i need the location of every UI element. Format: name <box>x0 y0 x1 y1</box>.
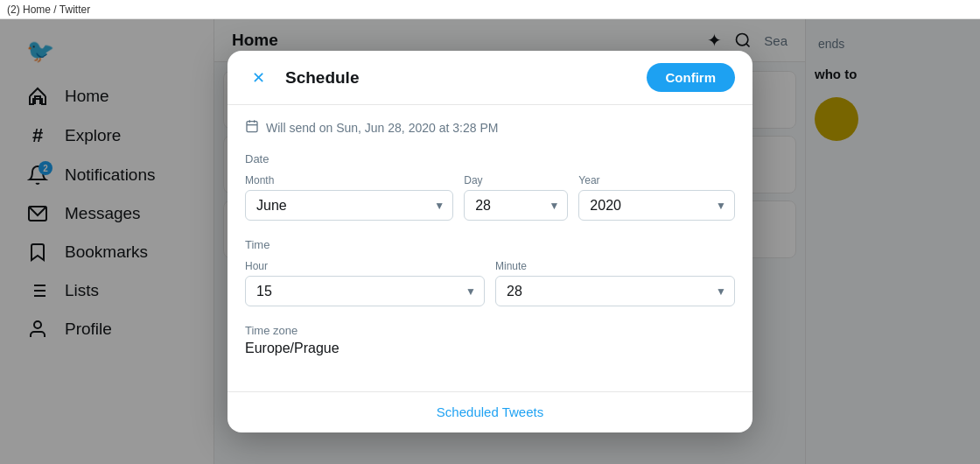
schedule-modal: ✕ Schedule Confirm Will send on Sun, Jun… <box>228 51 752 432</box>
timezone-section: Time zone Europe/Prague <box>245 324 735 356</box>
schedule-info: Will send on Sun, Jun 28, 2020 at 3:28 P… <box>245 119 735 137</box>
minute-group: Minute 28 ▼ <box>495 260 735 306</box>
time-label: Time <box>245 238 735 251</box>
close-button[interactable]: ✕ <box>245 65 271 91</box>
svg-rect-10 <box>247 122 257 132</box>
timezone-label: Time zone <box>245 324 735 337</box>
month-select[interactable]: June <box>245 190 453 221</box>
hour-group: Hour 15 ▼ <box>245 260 485 306</box>
minute-select[interactable]: 28 <box>495 276 735 306</box>
date-dropdowns: Month June ▼ Day 28 <box>245 174 735 221</box>
month-dropdown-wrapper: June ▼ <box>245 190 453 221</box>
minute-label: Minute <box>495 260 735 272</box>
time-dropdowns: Hour 15 ▼ Minute 28 <box>245 260 735 306</box>
date-label: Date <box>245 152 735 165</box>
modal-body: Will send on Sun, Jun 28, 2020 at 3:28 P… <box>228 105 752 391</box>
year-select[interactable]: 2020 <box>578 190 735 221</box>
scheduled-tweets-link[interactable]: Scheduled Tweets <box>437 404 543 419</box>
modal-header: ✕ Schedule Confirm <box>228 51 752 105</box>
day-group: Day 28 ▼ <box>464 174 568 221</box>
title-bar: (2) Home / Twitter <box>0 0 980 19</box>
confirm-button[interactable]: Confirm <box>647 63 736 92</box>
day-label: Day <box>464 174 568 186</box>
date-section: Date Month June ▼ Day <box>245 152 735 221</box>
hour-label: Hour <box>245 260 485 272</box>
title-bar-text: (2) Home / Twitter <box>7 4 90 16</box>
minute-dropdown-wrapper: 28 ▼ <box>495 276 735 306</box>
day-select[interactable]: 28 <box>464 190 568 221</box>
year-dropdown-wrapper: 2020 ▼ <box>578 190 735 221</box>
modal-header-left: ✕ Schedule <box>245 65 359 91</box>
modal-title: Schedule <box>285 68 359 88</box>
day-dropdown-wrapper: 28 ▼ <box>464 190 568 221</box>
month-label: Month <box>245 174 453 186</box>
app-container: 🐦 Home # Explore <box>0 19 980 464</box>
calendar-icon <box>245 119 259 137</box>
timezone-value: Europe/Prague <box>245 341 735 356</box>
year-group: Year 2020 ▼ <box>578 174 735 221</box>
schedule-info-text: Will send on Sun, Jun 28, 2020 at 3:28 P… <box>266 121 498 135</box>
time-section: Time Hour 15 ▼ Minute <box>245 238 735 306</box>
hour-select[interactable]: 15 <box>245 276 485 306</box>
hour-dropdown-wrapper: 15 ▼ <box>245 276 485 306</box>
year-label: Year <box>578 174 735 186</box>
month-group: Month June ▼ <box>245 174 453 221</box>
modal-footer: Scheduled Tweets <box>228 391 752 432</box>
